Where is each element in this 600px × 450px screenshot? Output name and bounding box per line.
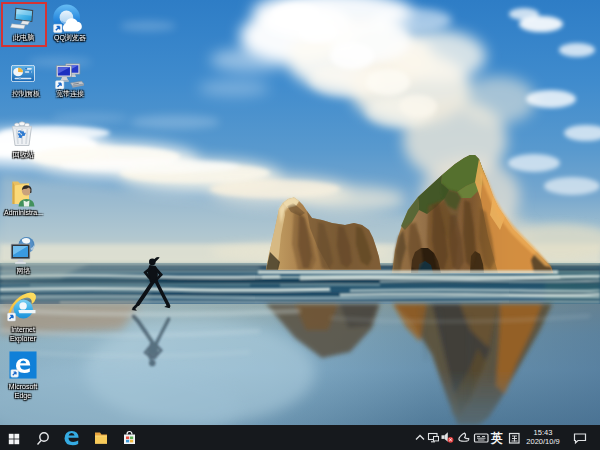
svg-text:2020/10/9: 2020/10/9 (526, 437, 559, 446)
svg-text:英: 英 (490, 431, 503, 445)
svg-text:15:43: 15:43 (534, 428, 553, 437)
